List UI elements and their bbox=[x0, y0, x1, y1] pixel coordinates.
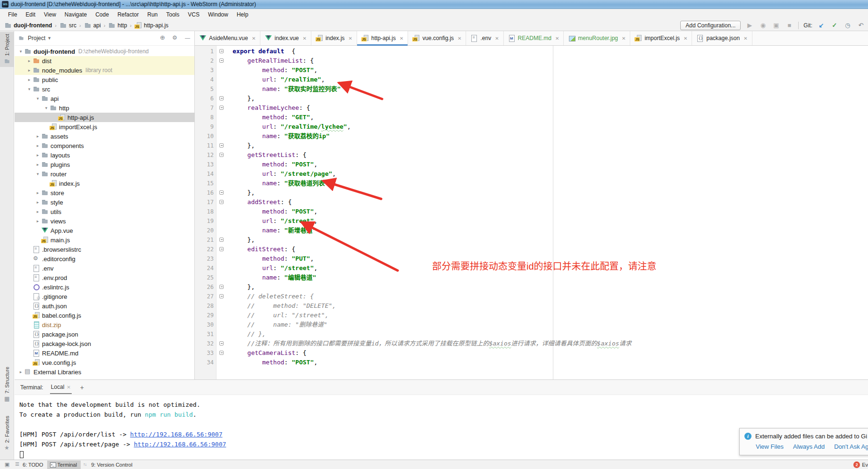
event-count-badge[interactable]: 2 bbox=[853, 461, 860, 468]
run-icon[interactable]: ▶ bbox=[745, 22, 754, 29]
breadcrumb-item[interactable]: api bbox=[83, 21, 102, 30]
code-line[interactable]: 22 editStreet: { bbox=[195, 245, 868, 254]
chevron-down-icon[interactable]: ▼ bbox=[47, 36, 51, 41]
code-line[interactable]: 16 }, bbox=[195, 188, 868, 197]
tab-close-icon[interactable]: ✕ bbox=[622, 36, 626, 41]
fold-start-icon[interactable] bbox=[219, 247, 224, 251]
tree-item[interactable]: babel.config.js bbox=[15, 311, 194, 320]
chevron-right-icon[interactable]: ▸ bbox=[34, 200, 41, 205]
editor-tab[interactable]: package.json✕ bbox=[692, 31, 752, 45]
tree-item[interactable]: ▸utils bbox=[15, 207, 194, 216]
code-line[interactable]: 15 name: "获取巷道列表" bbox=[195, 179, 868, 188]
code-line[interactable]: 12 getStreetList: { bbox=[195, 150, 868, 160]
tree-item[interactable]: .gitignore bbox=[15, 292, 194, 301]
close-icon[interactable]: ✕ bbox=[67, 385, 70, 390]
code-line[interactable]: 4 url: "/realTime", bbox=[195, 75, 868, 84]
tree-item[interactable]: ▾duoji-frontendD:\zheheWeb\duoji-fronten… bbox=[15, 47, 194, 56]
chevron-down-icon[interactable]: ▾ bbox=[34, 96, 41, 101]
breadcrumb-item[interactable]: duoji-frontend bbox=[3, 21, 53, 30]
chevron-right-icon[interactable]: ▸ bbox=[34, 162, 41, 167]
code-line[interactable]: 18 method: "POST", bbox=[195, 207, 868, 216]
menu-item-code[interactable]: Code bbox=[91, 10, 113, 19]
tree-item[interactable]: package-lock.json bbox=[15, 339, 194, 348]
chevron-right-icon[interactable]: ▸ bbox=[34, 134, 41, 139]
editor-tab[interactable]: README.md✕ bbox=[504, 31, 564, 45]
fold-start-icon[interactable] bbox=[219, 153, 224, 157]
git-commit-icon[interactable]: ✓ bbox=[830, 22, 839, 29]
tree-item[interactable]: auth.json bbox=[15, 301, 194, 311]
tree-item[interactable]: .env.prod bbox=[15, 273, 194, 282]
terminal-link[interactable]: http://192.168.66.56:9007 bbox=[134, 441, 226, 448]
menu-item-window[interactable]: Window bbox=[204, 10, 233, 19]
chevron-down-icon[interactable]: ▾ bbox=[34, 172, 41, 176]
terminal-link[interactable]: http://192.168.66.56:9007 bbox=[130, 431, 223, 438]
tree-item[interactable]: .browserslistrc bbox=[15, 245, 194, 254]
chevron-down-icon[interactable]: ▾ bbox=[43, 106, 50, 110]
coverage-icon[interactable]: ▣ bbox=[772, 22, 780, 29]
code-line[interactable]: 25 name: "编辑巷道" bbox=[195, 273, 868, 282]
menu-item-edit[interactable]: Edit bbox=[21, 10, 40, 19]
tree-item[interactable]: vue.config.js bbox=[15, 358, 194, 367]
tree-item[interactable]: ▸node_moduleslibrary root bbox=[15, 66, 194, 75]
editor-tab[interactable]: importExcel.js✕ bbox=[630, 31, 692, 45]
tab-close-icon[interactable]: ✕ bbox=[349, 36, 352, 41]
tree-item[interactable]: importExcel.js bbox=[15, 122, 194, 132]
chevron-right-icon[interactable]: ▸ bbox=[17, 370, 24, 374]
code-line[interactable]: 27 // deleteStreet: { bbox=[195, 292, 868, 301]
terminal-cursor[interactable] bbox=[20, 451, 24, 458]
fold-start-icon[interactable] bbox=[219, 351, 224, 355]
tab-close-icon[interactable]: ✕ bbox=[495, 36, 499, 41]
stripe-favorites-button[interactable]: 2: Favorites bbox=[0, 414, 14, 454]
fold-end-icon[interactable] bbox=[219, 285, 224, 289]
tree-item[interactable]: main.js bbox=[15, 235, 194, 245]
tree-item[interactable]: ▾http bbox=[15, 103, 194, 113]
tab-close-icon[interactable]: ✕ bbox=[252, 36, 256, 41]
tab-close-icon[interactable]: ✕ bbox=[302, 36, 306, 41]
tree-item[interactable]: ▸layouts bbox=[15, 150, 194, 160]
tree-item[interactable]: ▸components bbox=[15, 141, 194, 150]
fold-end-icon[interactable] bbox=[219, 238, 224, 242]
debug-icon[interactable]: ◉ bbox=[759, 22, 767, 29]
breadcrumb-item[interactable]: http bbox=[107, 21, 128, 30]
tree-item[interactable]: ▸views bbox=[15, 216, 194, 226]
git-update-icon[interactable]: ↙ bbox=[817, 22, 826, 29]
tree-item[interactable]: ▸public bbox=[15, 75, 194, 84]
code-line[interactable]: 30 // name: "删除巷道" bbox=[195, 320, 868, 329]
code-line[interactable]: 9 url: "/realTime/lychee", bbox=[195, 122, 868, 132]
code-line[interactable]: 2 getRealTimeList: { bbox=[195, 56, 868, 66]
rollback-icon[interactable]: ↶ bbox=[857, 22, 865, 29]
terminal-tab-local[interactable]: Local ✕ bbox=[50, 380, 72, 394]
code-line[interactable]: 21 }, bbox=[195, 235, 868, 245]
menu-item-vcs[interactable]: VCS bbox=[184, 10, 204, 19]
tree-item[interactable]: index.js bbox=[15, 179, 194, 188]
fold-start-icon[interactable] bbox=[219, 294, 224, 298]
tab-close-icon[interactable]: ✕ bbox=[684, 36, 687, 41]
menu-item-run[interactable]: Run bbox=[143, 10, 162, 19]
statusbar-item-6-todo[interactable]: 6: TODO bbox=[12, 461, 47, 469]
tree-item[interactable]: ▸plugins bbox=[15, 160, 194, 169]
fold-end-icon[interactable] bbox=[219, 190, 224, 195]
code-line[interactable]: 13 method: "POST", bbox=[195, 160, 868, 169]
fold-end-icon[interactable] bbox=[219, 341, 224, 346]
chevron-right-icon[interactable]: ▸ bbox=[34, 190, 41, 195]
gear-icon[interactable] bbox=[172, 34, 179, 42]
tree-item[interactable]: .env bbox=[15, 263, 194, 273]
editor-tab[interactable]: vue.config.js✕ bbox=[408, 31, 466, 45]
menu-item-refactor[interactable]: Refactor bbox=[113, 10, 143, 19]
tree-item[interactable]: ▾src bbox=[15, 84, 194, 94]
code-line[interactable]: 8 method: "GET", bbox=[195, 113, 868, 122]
notification-action-always-add[interactable]: Always Add bbox=[793, 443, 825, 450]
tree-item[interactable]: .eslintrc.js bbox=[15, 282, 194, 292]
code-line[interactable]: 33 getCameraList: { bbox=[195, 348, 868, 358]
fold-end-icon[interactable] bbox=[219, 96, 224, 100]
tree-item[interactable]: ▸assets bbox=[15, 132, 194, 141]
fold-start-icon[interactable] bbox=[219, 200, 224, 204]
code-line[interactable]: 28 // method: "DELETE", bbox=[195, 301, 868, 311]
tree-item[interactable]: dist.zip bbox=[15, 320, 194, 329]
chevron-right-icon[interactable]: ▸ bbox=[34, 143, 41, 148]
fold-start-icon[interactable] bbox=[219, 106, 224, 110]
fold-end-icon[interactable] bbox=[219, 143, 224, 148]
chevron-down-icon[interactable]: ▾ bbox=[26, 87, 33, 91]
code-line[interactable]: 32 //注释：所有用到删除的接口都需要拼接变量id，所以请求方式采用了挂载在原… bbox=[195, 339, 868, 348]
menu-item-view[interactable]: View bbox=[40, 10, 60, 19]
